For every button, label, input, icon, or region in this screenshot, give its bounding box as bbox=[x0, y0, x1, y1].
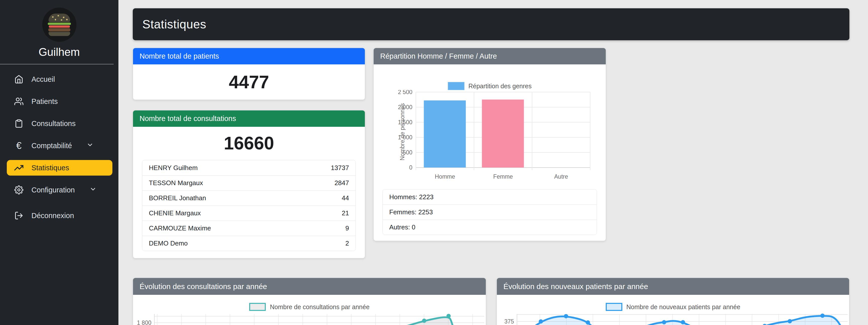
new-patients-per-year-card: Évolution des nouveaux patients par anné… bbox=[497, 278, 849, 325]
sidebar-item-accueil[interactable]: Accueil bbox=[7, 71, 113, 87]
list-item: TESSON Margaux 2847 bbox=[142, 175, 355, 190]
patients-total-card: Nombre total de patients 4477 bbox=[133, 48, 365, 100]
practitioner-name: BORREIL Jonathan bbox=[149, 194, 206, 202]
legend-label: Nombre de nouveaux patients par année bbox=[626, 303, 740, 311]
practitioner-count: 2 bbox=[345, 239, 349, 247]
sidebar-item-label: Consultations bbox=[31, 119, 76, 128]
legend-swatch bbox=[249, 303, 266, 311]
sidebar-item-label: Patients bbox=[31, 97, 58, 106]
list-item: HENRY Guilhem 13737 bbox=[142, 160, 355, 175]
user-name: Guilhem bbox=[39, 46, 80, 58]
legend-label: Nombre de consultations par année bbox=[270, 303, 369, 311]
sidebar-item-patients[interactable]: Patients bbox=[7, 94, 113, 109]
users-icon bbox=[14, 97, 23, 106]
gender-stats-list: Hommes: 2223 Femmes: 2253 Autres: 0 bbox=[382, 189, 597, 235]
patients-total-value: 4477 bbox=[133, 64, 365, 99]
list-item: DEMO Demo 2 bbox=[142, 236, 355, 251]
euro-icon: € bbox=[14, 141, 23, 150]
sidebar-item-deconnexion[interactable]: Déconnexion bbox=[7, 208, 113, 224]
svg-text:Nombre de personnes: Nombre de personnes bbox=[399, 103, 406, 160]
patients-year-chart: 37534030527023520016513095 bbox=[497, 314, 849, 325]
sidebar: Guilhem Accueil Patients Consultations €… bbox=[0, 0, 118, 325]
svg-text:Homme: Homme bbox=[435, 173, 455, 180]
list-item: CARMOUZE Maxime 9 bbox=[142, 220, 355, 236]
practitioner-count: 44 bbox=[342, 194, 349, 202]
practitioner-count: 13737 bbox=[331, 164, 349, 172]
patients-year-card-header: Évolution des nouveaux patients par anné… bbox=[497, 278, 849, 295]
practitioner-name: CARMOUZE Maxime bbox=[149, 225, 211, 232]
chevron-down-icon bbox=[87, 141, 94, 150]
sidebar-item-configuration[interactable]: Configuration bbox=[7, 182, 113, 198]
list-item: Hommes: 2223 bbox=[383, 189, 597, 205]
list-item: Autres: 0 bbox=[383, 219, 597, 235]
gear-icon bbox=[14, 185, 23, 195]
gender-stat: Femmes: 2253 bbox=[389, 208, 433, 216]
svg-text:2 500: 2 500 bbox=[398, 90, 412, 95]
list-item: BORREIL Jonathan 44 bbox=[142, 190, 355, 206]
consultations-total-value: 16660 bbox=[133, 127, 365, 160]
svg-text:Femme: Femme bbox=[493, 173, 513, 180]
consultations-per-year-card: Évolution des consultations par année No… bbox=[133, 278, 486, 325]
list-item: Femmes: 2253 bbox=[383, 205, 597, 219]
gender-distribution-card: Répartition Homme / Femme / Autre Répart… bbox=[373, 48, 606, 241]
sidebar-item-label: Déconnexion bbox=[31, 211, 74, 220]
sidebar-divider bbox=[0, 64, 114, 64]
gender-chart-legend[interactable]: Répartition des genres bbox=[374, 82, 606, 90]
sidebar-nav: Accueil Patients Consultations € Comptab… bbox=[0, 71, 118, 230]
consultations-breakdown-list: HENRY Guilhem 13737 TESSON Margaux 2847 … bbox=[142, 160, 356, 251]
clipboard-icon bbox=[14, 119, 23, 128]
sidebar-item-comptabilite[interactable]: € Comptabilité bbox=[7, 138, 113, 153]
sidebar-item-consultations[interactable]: Consultations bbox=[7, 116, 113, 131]
consultations-year-card-header: Évolution des consultations par année bbox=[133, 278, 486, 295]
practitioner-count: 9 bbox=[345, 225, 349, 232]
main-content: Statistiques Nombre total de patients 44… bbox=[118, 0, 868, 325]
logout-icon bbox=[14, 211, 23, 220]
consultations-year-legend[interactable]: Nombre de consultations par année bbox=[133, 302, 486, 312]
legend-swatch bbox=[448, 82, 464, 90]
legend-label: Répartition des genres bbox=[468, 83, 532, 90]
avatar bbox=[42, 7, 76, 42]
practitioner-count: 21 bbox=[342, 209, 349, 217]
consultations-total-card-header: Nombre total de consultations bbox=[133, 111, 365, 127]
page-title: Statistiques bbox=[142, 17, 206, 31]
page-header: Statistiques bbox=[133, 8, 849, 40]
gender-stat: Autres: 0 bbox=[389, 224, 415, 231]
consultations-total-card: Nombre total de consultations 16660 HENR… bbox=[133, 110, 365, 258]
practitioner-name: CHENIE Margaux bbox=[149, 209, 201, 217]
practitioner-name: TESSON Margaux bbox=[149, 179, 203, 187]
gender-card-header: Répartition Homme / Femme / Autre bbox=[374, 48, 606, 64]
svg-text:0: 0 bbox=[409, 164, 412, 171]
home-icon bbox=[14, 75, 23, 84]
svg-text:Autre: Autre bbox=[554, 173, 568, 180]
svg-text:375: 375 bbox=[504, 318, 514, 325]
gender-stat: Hommes: 2223 bbox=[389, 193, 434, 201]
trending-up-icon bbox=[14, 163, 23, 172]
legend-swatch bbox=[606, 303, 622, 311]
sidebar-item-label: Statistiques bbox=[31, 164, 69, 172]
practitioner-count: 2847 bbox=[334, 179, 349, 187]
practitioner-name: DEMO Demo bbox=[149, 239, 188, 247]
patients-year-legend[interactable]: Nombre de nouveaux patients par année bbox=[497, 302, 849, 312]
list-item: CHENIE Margaux 21 bbox=[142, 206, 355, 220]
sidebar-item-statistiques[interactable]: Statistiques bbox=[7, 160, 113, 176]
practitioner-name: HENRY Guilhem bbox=[149, 164, 198, 172]
gender-bar-chart: 05001 0001 5002 0002 500HommeFemmeAutreN… bbox=[374, 90, 606, 181]
consultations-year-chart: 1 8001 6201 4401 2601 080900720540360 bbox=[133, 314, 486, 325]
sidebar-item-label: Configuration bbox=[31, 186, 75, 194]
sidebar-item-label: Accueil bbox=[31, 75, 55, 84]
patients-total-card-header: Nombre total de patients bbox=[133, 48, 365, 64]
burger-avatar-image bbox=[49, 13, 70, 36]
chevron-down-icon bbox=[90, 186, 97, 195]
sidebar-item-label: Comptabilité bbox=[31, 142, 72, 150]
svg-text:1 800: 1 800 bbox=[137, 320, 151, 325]
